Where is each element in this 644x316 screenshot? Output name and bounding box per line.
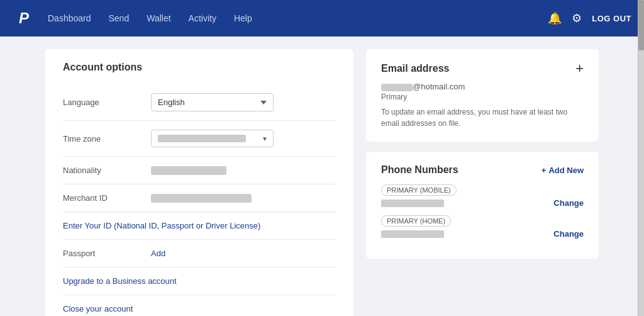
nationality-row: Nationality (63, 157, 336, 184)
email-card-title: Email address (381, 63, 450, 74)
phone-number-blurred-mobile (381, 200, 444, 207)
nationality-value-blurred (151, 166, 226, 175)
close-account-link[interactable]: Close your account (63, 295, 336, 316)
language-label: Language (63, 98, 151, 107)
timezone-row: Time zone (63, 121, 336, 157)
merchant-id-row: Merchant ID (63, 184, 336, 212)
paypal-logo[interactable]: P (13, 7, 35, 30)
passport-label: Passport (63, 249, 151, 258)
enter-id-row: Enter Your ID (National ID, Passport or … (63, 212, 336, 240)
navbar: P Dashboard Send Wallet Activity Help 🔔 … (0, 0, 644, 37)
email-card: Email address + @hotmail.com Primary To … (366, 49, 599, 142)
phone-entry-mobile: PRIMARY (MOBILE) Change (381, 184, 584, 208)
right-panel: Email address + @hotmail.com Primary To … (366, 49, 599, 316)
phone-tag-mobile: PRIMARY (MOBILE) (381, 184, 457, 196)
language-select[interactable]: English Spanish French (151, 93, 274, 111)
change-phone-mobile-button[interactable]: Change (553, 198, 584, 208)
close-account-row: Close your account (63, 295, 336, 316)
email-suffix: @hotmail.com (413, 82, 465, 91)
phone-card-title: Phone Numbers (381, 164, 458, 176)
notification-icon[interactable]: 🔔 (548, 11, 562, 25)
phone-row-home: Change (381, 229, 584, 239)
timezone-select[interactable] (151, 130, 274, 147)
add-email-button[interactable]: + (575, 62, 584, 76)
primary-label: Primary (381, 93, 584, 101)
add-new-plus-icon: + (541, 166, 547, 175)
phone-number-blurred-home (381, 230, 444, 238)
settings-icon[interactable]: ⚙ (572, 11, 582, 25)
upgrade-row: Upgrade to a Business account (63, 268, 336, 295)
enter-id-link[interactable]: Enter Your ID (National ID, Passport or … (63, 221, 260, 230)
section-title: Account options (63, 62, 336, 73)
navbar-right: 🔔 ⚙ LOG OUT (548, 11, 631, 25)
phone-card: Phone Numbers + Add New PRIMARY (MOBILE)… (366, 152, 599, 259)
nav-activity[interactable]: Activity (189, 13, 216, 23)
email-note: To update an email address, you must hav… (381, 106, 584, 129)
timezone-value-blurred (158, 135, 246, 142)
nav-send[interactable]: Send (109, 13, 130, 23)
phone-row-mobile: Change (381, 198, 584, 208)
merchant-id-label: Merchant ID (63, 193, 151, 203)
logout-button[interactable]: LOG OUT (592, 14, 631, 23)
main-content: Account options Language English Spanish… (33, 37, 611, 316)
change-phone-home-button[interactable]: Change (553, 229, 584, 239)
phone-entry-home: PRIMARY (HOME) Change (381, 215, 584, 239)
email-value: @hotmail.com (381, 82, 584, 91)
language-row: Language English Spanish French (63, 84, 336, 121)
nav-links: Dashboard Send Wallet Activity Help (48, 13, 548, 23)
merchant-id-value-blurred (151, 194, 252, 203)
phone-tag-home: PRIMARY (HOME) (381, 215, 451, 227)
email-prefix-blurred (381, 84, 413, 91)
add-phone-button[interactable]: + Add New (541, 166, 584, 175)
upgrade-business-link[interactable]: Upgrade to a Business account (63, 268, 336, 295)
phone-card-header: Phone Numbers + Add New (381, 164, 584, 176)
passport-row: Passport Add (63, 240, 336, 268)
scrollbar[interactable] (638, 0, 644, 316)
timezone-label: Time zone (63, 134, 151, 144)
scrollbar-thumb[interactable] (638, 0, 644, 50)
add-new-label: Add New (548, 166, 584, 175)
nav-dashboard[interactable]: Dashboard (48, 13, 91, 23)
email-card-header: Email address + (381, 62, 584, 76)
account-options-panel: Account options Language English Spanish… (45, 49, 353, 316)
nav-wallet[interactable]: Wallet (147, 13, 170, 23)
nav-help[interactable]: Help (234, 13, 252, 23)
nationality-label: Nationality (63, 166, 151, 175)
paypal-logo-icon: P (19, 9, 29, 27)
passport-add-link[interactable]: Add (151, 249, 165, 258)
